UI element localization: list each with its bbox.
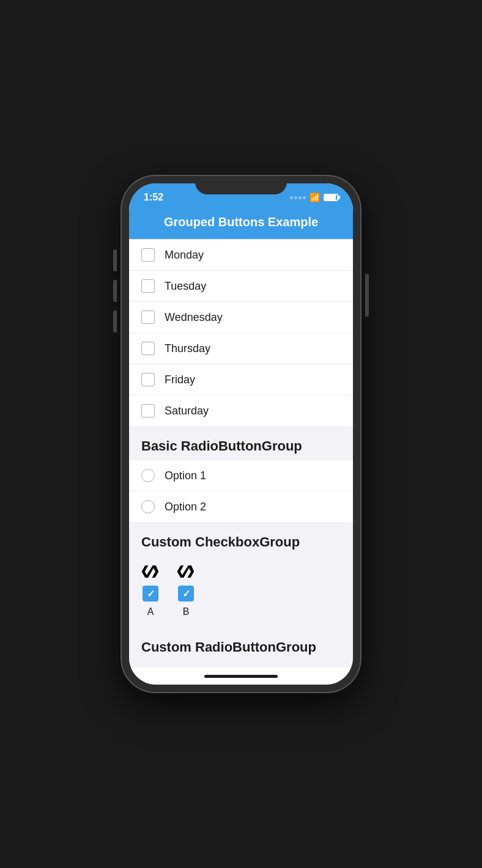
signal-icon xyxy=(290,196,306,199)
battery-icon xyxy=(324,194,338,201)
list-item[interactable]: Tuesday xyxy=(129,271,353,302)
content-area: Monday Tuesday Wednesday Thursday Friday xyxy=(129,239,353,668)
notch xyxy=(195,176,287,194)
custom-checkbox-item-a[interactable]: A xyxy=(141,562,160,617)
days-checkbox-list: Monday Tuesday Wednesday Thursday Friday xyxy=(129,239,353,426)
home-indicator xyxy=(129,668,353,685)
custom-checkbox-a-label: A xyxy=(147,606,154,617)
saturday-label: Saturday xyxy=(165,405,209,417)
tuesday-label: Tuesday xyxy=(165,280,206,293)
custom-checkbox-a[interactable] xyxy=(143,586,158,601)
radio-section-header: Basic RadioButtonGroup xyxy=(129,426,353,460)
option2-radio[interactable] xyxy=(141,500,155,513)
list-item[interactable]: Friday xyxy=(129,364,353,395)
custom-radio-group: One Two xyxy=(129,661,353,668)
thursday-label: Thursday xyxy=(165,342,210,355)
status-time: 1:52 xyxy=(144,192,163,203)
list-item[interactable]: Option 1 xyxy=(129,460,353,491)
friday-label: Friday xyxy=(165,373,195,386)
wifi-icon: 📶 xyxy=(310,193,320,202)
option1-radio[interactable] xyxy=(141,469,155,482)
custom-checkbox-item-b[interactable]: B xyxy=(177,562,195,617)
friday-checkbox[interactable] xyxy=(141,373,155,386)
custom-checkbox-group: A B xyxy=(129,556,353,627)
custom-radio-section-header: Custom RadioButtonGroup xyxy=(129,627,353,661)
custom-checkbox-row: A B xyxy=(141,562,341,617)
monday-checkbox[interactable] xyxy=(141,248,155,262)
list-item[interactable]: Option 2 xyxy=(129,491,353,522)
phone-frame: 1:52 📶 Grouped Buttons Example xyxy=(122,176,360,692)
list-item[interactable]: Saturday xyxy=(129,395,353,426)
saturday-checkbox[interactable] xyxy=(141,404,155,417)
wednesday-checkbox[interactable] xyxy=(141,311,155,324)
wednesday-label: Wednesday xyxy=(165,311,223,324)
polymer-icon-a xyxy=(141,562,160,581)
basic-radio-group: Option 1 Option 2 xyxy=(129,460,353,522)
custom-checkbox-b[interactable] xyxy=(178,586,194,601)
option2-label: Option 2 xyxy=(165,501,206,513)
monday-label: Monday xyxy=(165,249,204,262)
custom-checkbox-section-header: Custom CheckboxGroup xyxy=(129,522,353,556)
thursday-checkbox[interactable] xyxy=(141,342,155,355)
phone-screen: 1:52 📶 Grouped Buttons Example xyxy=(129,183,353,685)
list-item[interactable]: Wednesday xyxy=(129,302,353,333)
option1-label: Option 1 xyxy=(165,469,206,482)
app-title: Grouped Buttons Example xyxy=(164,215,318,229)
home-bar xyxy=(204,675,278,678)
list-item[interactable]: Thursday xyxy=(129,333,353,364)
list-item[interactable]: Monday xyxy=(129,239,353,271)
status-icons: 📶 xyxy=(290,193,338,202)
polymer-icon-b xyxy=(177,562,195,581)
app-header: Grouped Buttons Example xyxy=(129,208,353,239)
custom-checkbox-b-label: B xyxy=(183,606,190,617)
tuesday-checkbox[interactable] xyxy=(141,279,155,293)
